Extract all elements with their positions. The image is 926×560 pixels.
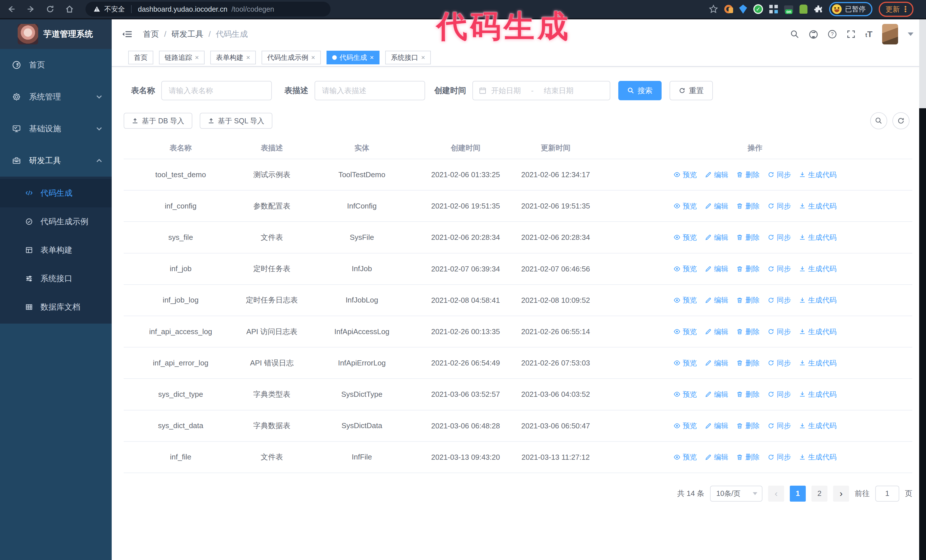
browser-reload-button[interactable] — [42, 1, 58, 17]
browser-profile-button[interactable]: 已暂停 — [829, 2, 872, 16]
close-icon[interactable] — [421, 54, 425, 61]
browser-home-button[interactable] — [62, 1, 77, 17]
close-icon[interactable] — [195, 54, 199, 61]
generate-code-link[interactable]: 生成代码 — [799, 170, 837, 180]
sidebar-item-form-builder[interactable]: 表单构建 — [0, 236, 112, 264]
edit-link[interactable]: 编辑 — [705, 421, 728, 430]
sync-link[interactable]: 同步 — [767, 327, 791, 337]
toggle-search-button[interactable] — [870, 112, 887, 129]
table-name-input[interactable] — [161, 81, 272, 100]
page-scrollbar[interactable] — [919, 20, 926, 560]
browser-back-button[interactable] — [3, 1, 20, 17]
delete-link[interactable]: 删除 — [736, 264, 760, 273]
refresh-table-button[interactable] — [893, 112, 909, 129]
sidebar-item-devtools[interactable]: 研发工具 — [0, 145, 112, 177]
sync-link[interactable]: 同步 — [767, 421, 791, 430]
tab-tracing[interactable]: 链路追踪 — [159, 51, 204, 64]
sync-link[interactable]: 同步 — [767, 264, 791, 273]
sync-link[interactable]: 同步 — [767, 358, 791, 368]
preview-link[interactable]: 预览 — [673, 389, 697, 399]
edit-link[interactable]: 编辑 — [705, 201, 728, 211]
user-avatar[interactable] — [882, 24, 898, 44]
tab-codegen-example[interactable]: 代码生成示例 — [262, 51, 321, 64]
sync-link[interactable]: 同步 — [767, 233, 791, 242]
preview-link[interactable]: 预览 — [673, 421, 697, 430]
generate-code-link[interactable]: 生成代码 — [799, 264, 837, 273]
edit-link[interactable]: 编辑 — [705, 452, 728, 462]
tab-form-builder[interactable]: 表单构建 — [210, 51, 256, 64]
sync-link[interactable]: 同步 — [767, 170, 791, 180]
delete-link[interactable]: 删除 — [736, 358, 760, 368]
sidebar-item-system-api[interactable]: 系统接口 — [0, 264, 112, 293]
import-db-button[interactable]: 基于 DB 导入 — [124, 113, 192, 129]
extension-adblock-icon[interactable] — [754, 4, 763, 14]
generate-code-link[interactable]: 生成代码 — [799, 233, 837, 242]
edit-link[interactable]: 编辑 — [705, 233, 728, 242]
tab-system-api[interactable]: 系统接口 — [385, 51, 431, 64]
browser-update-button[interactable]: 更新 ••• — [879, 2, 914, 17]
close-icon[interactable] — [311, 54, 315, 61]
generate-code-link[interactable]: 生成代码 — [799, 358, 837, 368]
sidebar-item-system[interactable]: 系统管理 — [0, 81, 112, 113]
extensions-puzzle-icon[interactable] — [814, 5, 823, 14]
sync-link[interactable]: 同步 — [767, 452, 791, 462]
header-search-button[interactable] — [790, 30, 799, 39]
edit-link[interactable]: 编辑 — [705, 295, 728, 305]
page-button-1[interactable]: 1 — [790, 486, 806, 502]
edit-link[interactable]: 编辑 — [705, 170, 728, 180]
sidebar-item-home[interactable]: 首页 — [0, 49, 112, 81]
delete-link[interactable]: 删除 — [736, 201, 760, 211]
table-desc-input[interactable] — [315, 81, 425, 100]
goto-page-input[interactable] — [875, 486, 899, 502]
font-size-button[interactable]: tT — [865, 29, 872, 39]
edit-link[interactable]: 编辑 — [705, 389, 728, 399]
delete-link[interactable]: 删除 — [736, 327, 760, 337]
delete-link[interactable]: 删除 — [736, 389, 760, 399]
extension-icon[interactable] — [724, 5, 733, 14]
header-help-button[interactable]: ? — [828, 30, 837, 39]
scrollbar-thumb[interactable] — [919, 20, 926, 108]
tab-home[interactable]: 首页 — [128, 51, 153, 64]
header-fullscreen-button[interactable] — [846, 30, 856, 39]
extension-android-icon[interactable] — [799, 5, 808, 14]
sidebar-item-infra[interactable]: 基础设施 — [0, 113, 112, 145]
edit-link[interactable]: 编辑 — [705, 358, 728, 368]
reset-button[interactable]: 重置 — [670, 81, 713, 100]
delete-link[interactable]: 删除 — [736, 295, 760, 305]
preview-link[interactable]: 预览 — [673, 358, 697, 368]
preview-link[interactable]: 预览 — [673, 233, 697, 242]
delete-link[interactable]: 删除 — [736, 233, 760, 242]
page-size-select[interactable]: 10条/页 — [710, 486, 763, 502]
breadcrumb-devtools[interactable]: 研发工具 — [171, 29, 203, 39]
create-time-range-picker[interactable]: 开始日期 - 结束日期 — [472, 81, 610, 100]
delete-link[interactable]: 删除 — [736, 170, 760, 180]
generate-code-link[interactable]: 生成代码 — [799, 421, 837, 430]
preview-link[interactable]: 预览 — [673, 170, 697, 180]
import-sql-button[interactable]: 基于 SQL 导入 — [200, 113, 272, 129]
preview-link[interactable]: 预览 — [673, 295, 697, 305]
preview-link[interactable]: 预览 — [673, 201, 697, 211]
sidebar-item-codegen[interactable]: 代码生成 — [0, 179, 112, 207]
close-icon[interactable] — [246, 54, 250, 61]
browser-menu-dots-icon[interactable]: ••• — [904, 6, 906, 12]
edit-link[interactable]: 编辑 — [705, 327, 728, 337]
sync-link[interactable]: 同步 — [767, 389, 791, 399]
sidebar-collapse-button[interactable] — [122, 29, 132, 39]
generate-code-link[interactable]: 生成代码 — [799, 201, 837, 211]
sync-link[interactable]: 同步 — [767, 201, 791, 211]
page-button-2[interactable]: 2 — [811, 486, 828, 502]
delete-link[interactable]: 删除 — [736, 421, 760, 430]
extension-on-badge-icon[interactable] — [784, 5, 793, 13]
user-menu-caret-icon[interactable] — [908, 32, 914, 36]
extension-grid-icon[interactable] — [769, 5, 778, 14]
preview-link[interactable]: 预览 — [673, 452, 697, 462]
generate-code-link[interactable]: 生成代码 — [799, 389, 837, 399]
extension-gem-icon[interactable] — [739, 5, 747, 14]
tab-codegen[interactable]: 代码生成 — [327, 51, 380, 64]
search-button[interactable]: 搜索 — [618, 81, 661, 100]
browser-forward-button[interactable] — [23, 1, 39, 17]
edit-link[interactable]: 编辑 — [705, 264, 728, 273]
next-page-button[interactable] — [833, 486, 849, 502]
preview-link[interactable]: 预览 — [673, 327, 697, 337]
preview-link[interactable]: 预览 — [673, 264, 697, 273]
